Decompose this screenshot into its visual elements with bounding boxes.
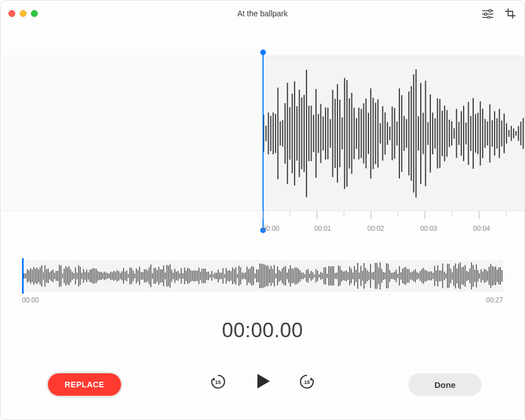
time-ruler: 00:00 00:01 00:02 00:03 00:04 [1, 211, 524, 234]
transport-controls: 15 15 [208, 370, 317, 392]
ruler-tick-label: 00:03 [420, 225, 437, 233]
close-window-button[interactable] [8, 10, 15, 17]
replace-button[interactable]: REPLACE [48, 373, 121, 396]
overview-start-label: 00:00 [22, 296, 39, 304]
svg-point-3 [484, 13, 487, 15]
main-waveform-area[interactable]: 00:00 00:01 00:02 00:03 00:04 [1, 32, 524, 226]
app-window: At the ballpark [0, 0, 525, 420]
done-button[interactable]: Done [408, 373, 482, 396]
main-waveform [262, 56, 524, 211]
ruler-tick-label: 00:01 [314, 225, 331, 233]
timecode-display: 00:00.00 [1, 319, 524, 342]
ruler-tick-label: 00:02 [367, 225, 384, 233]
overview-waveform-bg [22, 260, 503, 292]
overview-labels: 00:00 00:27 [22, 296, 503, 304]
trim-icon[interactable] [504, 7, 517, 20]
skip-back-15-button[interactable]: 15 [208, 372, 228, 391]
toolbar-right [482, 1, 517, 26]
minimize-window-button[interactable] [20, 10, 26, 17]
skip-forward-15-button[interactable]: 15 [297, 372, 317, 391]
controls-bar: REPLACE 15 15 [1, 370, 524, 400]
ruler-tick-label: 00:00 [262, 225, 279, 233]
svg-point-1 [489, 10, 491, 12]
waveform-empty-region [1, 56, 262, 211]
zoom-window-button[interactable] [31, 10, 38, 17]
play-button[interactable] [251, 370, 274, 392]
playhead[interactable] [262, 52, 264, 230]
titlebar: At the ballpark [1, 1, 524, 26]
overview-waveform [22, 260, 503, 292]
settings-sliders-icon[interactable] [482, 7, 494, 20]
ruler-tick-label: 00:04 [473, 225, 490, 233]
window-title: At the ballpark [1, 9, 524, 18]
skip-back-seconds-label: 15 [215, 379, 221, 385]
overview-waveform-area[interactable]: 00:00 00:27 [22, 260, 503, 304]
overview-end-label: 00:27 [486, 296, 503, 304]
overview-playhead[interactable] [22, 258, 24, 294]
svg-point-5 [488, 16, 490, 19]
window-controls [8, 10, 38, 17]
skip-forward-seconds-label: 15 [304, 379, 310, 385]
